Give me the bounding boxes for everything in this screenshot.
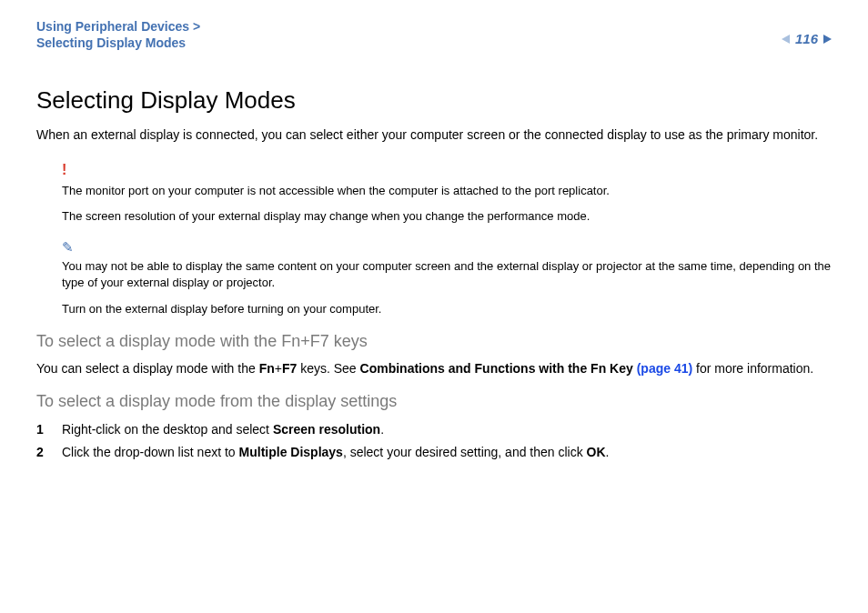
step1-pre: Right-click on the desktop and select [62, 422, 273, 437]
steps-list: 1 Right-click on the desktop and select … [36, 421, 832, 462]
section1-paragraph: You can select a display mode with the F… [36, 360, 832, 378]
xref-bold: Combinations and Functions with the Fn K… [360, 361, 637, 376]
plus-sign: + [275, 361, 282, 376]
breadcrumb[interactable]: Using Peripheral Devices > Selecting Dis… [36, 18, 200, 51]
breadcrumb-line1: Using Peripheral Devices > [36, 19, 200, 34]
multiple-displays-label: Multiple Displays [239, 445, 343, 459]
step1-post: . [380, 422, 384, 437]
screen-resolution-label: Screen resolution [273, 422, 380, 437]
section2-heading: To select a display mode from the displa… [36, 390, 832, 413]
fn-key: Fn [259, 361, 275, 376]
tip-text-1: You may not be able to display the same … [62, 258, 832, 291]
page-number: 116 [795, 29, 818, 48]
warning-icon: ! [62, 160, 832, 180]
section1-post: for more information. [692, 361, 813, 376]
step-text: Right-click on the desktop and select Sc… [62, 421, 384, 439]
page-link[interactable]: (page 41) [637, 361, 692, 376]
step-item: 1 Right-click on the desktop and select … [36, 421, 832, 439]
next-page-icon[interactable] [823, 35, 832, 44]
step2-post: . [606, 445, 610, 459]
f7-key: F7 [282, 361, 297, 376]
caution-text-2: The screen resolution of your external d… [62, 208, 832, 225]
step2-pre: Click the drop-down list next to [62, 445, 239, 459]
page-number-nav: 116 [782, 18, 832, 48]
section1-heading: To select a display mode with the Fn+F7 … [36, 330, 832, 353]
step-number: 1 [36, 421, 62, 439]
step-item: 2 Click the drop-down list next to Multi… [36, 444, 832, 462]
step-number: 2 [36, 444, 62, 462]
tip-note: ✎ You may not be able to display the sam… [62, 237, 832, 317]
prev-page-icon[interactable] [782, 35, 790, 44]
step-text: Click the drop-down list next to Multipl… [62, 444, 609, 462]
step2-mid: , select your desired setting, and then … [343, 445, 587, 459]
page-title: Selecting Display Modes [36, 84, 832, 116]
caution-text-1: The monitor port on your computer is not… [62, 183, 832, 199]
tip-text-2: Turn on the external display before turn… [62, 301, 832, 317]
page-header: Using Peripheral Devices > Selecting Dis… [36, 18, 832, 51]
caution-note: ! The monitor port on your computer is n… [62, 160, 832, 225]
breadcrumb-line2: Selecting Display Modes [36, 35, 200, 51]
section1-mid: keys. See [297, 361, 359, 376]
section1-pre: You can select a display mode with the [36, 361, 259, 376]
intro-paragraph: When an external display is connected, y… [36, 126, 832, 145]
pencil-icon: ✎ [62, 237, 74, 256]
ok-label: OK [587, 445, 606, 459]
